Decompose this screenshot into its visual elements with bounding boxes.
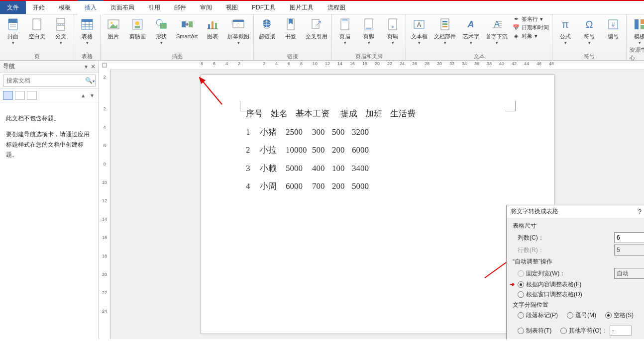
nav-collapse-up-icon[interactable]: ▴ [80,92,87,99]
radio-sep-tab[interactable] [518,328,524,334]
annotation-arrow-3-icon: ➔ [510,281,515,288]
bookmark-icon [283,16,299,32]
equation-icon: π [557,16,573,32]
tab-layout[interactable]: 页面布局 [104,1,141,14]
chart-button[interactable]: 图表 [203,15,222,41]
document-content[interactable]: 序号姓名基本工资提成加班生活费1小猪250030050032002小拉10000… [201,75,554,226]
radio-sep-space[interactable] [605,312,612,319]
nav-view-results[interactable] [27,91,37,100]
svg-rect-24 [189,21,193,27]
object-button[interactable]: ◈对象▾ [513,32,549,40]
svg-rect-1 [8,19,17,23]
radio-sep-para[interactable] [518,312,524,319]
tab-start[interactable]: 开始 [26,1,52,14]
sep-tab-label: 制表符(T) [526,327,551,335]
hyperlink-button[interactable]: 超链接 [257,15,277,41]
smartart-button[interactable]: SmartArt [175,15,199,41]
nav-search[interactable]: 🔍▾ [3,75,96,86]
cols-input[interactable] [615,233,644,243]
radio-fit-content[interactable] [518,281,524,288]
radio-sep-other[interactable] [560,328,567,334]
group-label-table: 表格 [82,52,93,60]
tab-mail[interactable]: 邮件 [167,1,193,14]
svg-rect-28 [212,21,214,29]
picture-button[interactable]: 图片 [104,15,123,41]
symbol-button[interactable]: Ω符号▾ [579,15,599,46]
group-links: 超链接 书签 交叉引用 链接 [254,14,332,60]
shapes-button[interactable]: 形状▾ [151,15,171,46]
cover-page-button[interactable]: 封面▾ [3,15,23,46]
radio-fit-window-label: 根据窗口调整表格(D) [526,290,582,299]
svg-rect-64 [635,19,639,29]
svg-point-19 [135,21,139,25]
search-input[interactable] [3,77,84,84]
svg-rect-27 [208,24,210,29]
svg-rect-22 [160,23,166,28]
group-hf: 页眉▾ 页脚▾ #页码▾ 页眉和页脚 [332,14,406,60]
tab-pic[interactable]: 图片工具 [283,1,321,14]
group-label-hf: 页眉和页脚 [355,52,383,60]
radio-fit-window[interactable] [518,291,524,298]
document-area: 8642246810121416182022242628303234363840… [99,61,644,339]
table-button[interactable]: 表格▾ [77,15,97,46]
vertical-ruler[interactable]: 224681012141618202224 [99,70,110,339]
equation-button[interactable]: π公式▾ [555,15,575,46]
tab-review[interactable]: 审阅 [193,1,219,14]
svg-marker-25 [186,22,189,24]
dialog-title: 将文字转换成表格 [511,207,558,216]
tab-ref[interactable]: 引用 [141,1,167,14]
footer-button[interactable]: 页脚▾ [359,15,379,46]
tab-pdf[interactable]: PDF工具 [245,1,283,14]
nav-close-icon[interactable]: ✕ [91,63,96,70]
docparts-button[interactable]: 文档部件▾ [433,15,457,46]
ruler-corner[interactable] [99,61,110,70]
signature-icon: ✒ [513,16,520,23]
number-button[interactable]: #编号 [603,15,623,41]
tab-view[interactable]: 视图 [219,1,245,14]
header-button[interactable]: 页眉▾ [335,15,355,46]
tab-template[interactable]: 模板 [52,1,78,14]
crossref-button[interactable]: 交叉引用 [305,15,328,41]
object-icon: ◈ [513,33,520,40]
navigation-pane: 导航 ▾✕ 🔍▾ ▴ ▾ 此文档不包含标题。 要创建导航选项卡，请通过应用标题样… [0,61,99,339]
cols-spinner[interactable]: ▲▼ [614,232,644,243]
screenshot-button[interactable]: 屏幕截图▾ [226,15,250,46]
dialog-help-icon[interactable]: ? [638,208,642,215]
group-table: 表格▾ 表格 [74,14,101,60]
dialog-title-bar[interactable]: 将文字转换成表格 ?× [507,205,644,218]
tab-flow[interactable]: 流程图 [321,1,352,14]
datetime-button[interactable]: 📅日期和时间 [513,24,549,31]
ribbon: 封面▾ 空白页 分页▾ 页 表格▾ 表格 图片 剪贴画 形状▾ SmartArt… [0,14,644,61]
nav-view-pages[interactable] [15,91,25,100]
datetime-icon: 📅 [513,24,520,31]
radio-fixed-label: 固定列宽(W)： [526,269,565,278]
table-size-heading: 表格尺寸 [513,222,644,230]
nav-dropdown-icon[interactable]: ▾ [85,63,88,70]
svg-rect-20 [135,26,140,28]
radio-sep-comma[interactable] [567,312,573,319]
svg-rect-66 [641,25,644,29]
nav-view-headings[interactable] [3,91,13,100]
bookmark-button[interactable]: 书签 [281,15,301,41]
number-icon: # [605,16,621,32]
signature-line-button[interactable]: ✒签名行▾ [513,15,549,23]
dropcap-button[interactable]: A首字下沉▾ [485,15,509,46]
nav-collapse-down-icon[interactable]: ▾ [89,92,96,99]
wordart-button[interactable]: A艺术字▾ [461,15,481,46]
document-page[interactable]: 序号姓名基本工资提成加班生活费1小猪250030050032002小拉10000… [201,75,555,334]
pagenum-button[interactable]: #页码▾ [383,15,403,46]
sep-other-input[interactable]: - [610,326,632,336]
tab-insert[interactable]: 插入 [78,0,104,14]
radio-fixed-width[interactable] [518,270,524,277]
svg-rect-53 [442,26,447,27]
textbox-button[interactable]: A文本框▾ [409,15,429,46]
group-illust: 图片 剪贴画 形状▾ SmartArt 图表 屏幕截图▾ 插图 [101,14,254,60]
clipart-button[interactable]: 剪贴画 [127,15,147,41]
margin-corner-tr [505,101,516,111]
template-center-button[interactable]: 模板▾ [630,15,644,46]
blank-page-button[interactable]: 空白页 [27,15,47,41]
page-break-button[interactable]: 分页▾ [51,15,71,46]
horizontal-ruler[interactable]: 8642246810121416182022242628303234363840… [110,61,644,70]
search-icon[interactable]: 🔍▾ [84,77,95,84]
tab-file[interactable]: 文件 [0,1,26,14]
